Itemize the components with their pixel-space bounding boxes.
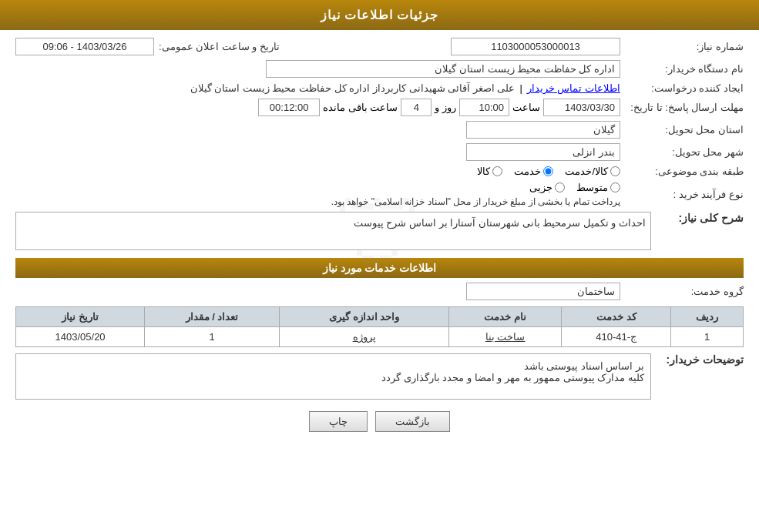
back-button[interactable]: بازگشت bbox=[375, 411, 450, 432]
need-number-value: 1103000053000013 bbox=[451, 38, 620, 55]
buyer-notes-line1: بر اساس اسناد پیوستی باشد bbox=[22, 360, 644, 372]
announce-label: تاریخ و ساعت اعلان عمومی: bbox=[154, 41, 280, 52]
contact-link[interactable]: اطلاعات تماس خریدار bbox=[527, 82, 620, 94]
category-label: طبقه بندی موضوعی: bbox=[620, 166, 744, 177]
services-section-header: اطلاعات خدمات مورد نیاز bbox=[15, 258, 744, 278]
time-value: 10:00 bbox=[459, 99, 509, 116]
service-group-value: ساختمان bbox=[466, 283, 620, 300]
col-header-service-code: کد خدمت bbox=[562, 307, 671, 327]
radio-motavaset-input[interactable] bbox=[610, 182, 620, 192]
radio-motavaset-label: متوسط bbox=[576, 182, 608, 193]
radio-jazii-label: جزیی bbox=[529, 182, 552, 193]
radio-jazii-input[interactable] bbox=[555, 182, 565, 192]
requester-value: علی اصغر آقائی شهیدانی کاربرداز اداره کل… bbox=[190, 82, 516, 94]
description-value: احداث و تکمیل سرمحیط بانی شهرستان آستارا… bbox=[15, 212, 651, 250]
row-need-number: شماره نیاز: 1103000053000013 تاریخ و ساع… bbox=[15, 38, 744, 55]
radio-kala: کالا bbox=[477, 166, 502, 177]
services-table: ردیف کد خدمت نام خدمت واحد اندازه گیری ت… bbox=[15, 306, 744, 347]
row-city: شهر محل تحویل: بندر انزلی bbox=[15, 143, 744, 161]
row-category: طبقه بندی موضوعی: کالا/خدمت خدمت کالا bbox=[15, 166, 744, 177]
radio-kala-khadamat: کالا/خدمت bbox=[565, 166, 620, 177]
province-label: استان محل تحویل: bbox=[620, 124, 744, 136]
row-description: شرح کلی نیاز: احداث و تکمیل سرمحیط بانی … bbox=[15, 212, 744, 250]
cell-service-name[interactable]: ساخت بنا bbox=[449, 327, 562, 347]
radio-khadamat-input[interactable] bbox=[543, 166, 553, 176]
col-header-date: تاریخ نیاز bbox=[16, 307, 145, 327]
cell-row-num: 1 bbox=[671, 327, 744, 347]
buyer-notes-line2: کلیه مدارک پیوستی ممهور به مهر و امضا و … bbox=[22, 372, 644, 383]
radio-kala-label: کالا bbox=[477, 166, 490, 177]
need-number-label: شماره نیاز: bbox=[620, 41, 744, 52]
purchase-type-label: نوع فرآیند خرید : bbox=[620, 189, 744, 200]
col-header-row-num: ردیف bbox=[671, 307, 744, 327]
cell-service-code: ج-41-410 bbox=[562, 327, 671, 347]
col-header-unit: واحد اندازه گیری bbox=[279, 307, 448, 327]
radio-kala-khadamat-label: کالا/خدمت bbox=[565, 166, 608, 177]
page-wrapper: جزئیات اطلاعات نیاز 🛡 شماره نیاز: 110300… bbox=[0, 0, 759, 532]
cell-quantity: 1 bbox=[145, 327, 280, 347]
row-buyer-org: نام دستگاه خریدار: اداره کل حفاظت محیط ز… bbox=[15, 60, 744, 78]
remaining-label: ساعت باقی مانده bbox=[323, 102, 398, 113]
service-group-label: گروه خدمت: bbox=[620, 286, 744, 297]
row-buyer-notes: توضیحات خریدار: بر اساس اسناد پیوستی باش… bbox=[15, 353, 744, 400]
radio-jazii: جزیی bbox=[529, 182, 565, 193]
row-requester: ایجاد کننده درخواست: اطلاعات تماس خریدار… bbox=[15, 82, 744, 94]
province-value: گیلان bbox=[466, 121, 620, 139]
buyer-notes-content: بر اساس اسناد پیوستی باشد کلیه مدارک پیو… bbox=[15, 353, 651, 400]
cell-date: 1403/05/20 bbox=[16, 327, 145, 347]
announce-value: 1403/03/26 - 09:06 bbox=[15, 38, 154, 55]
purchase-note: پرداخت تمام یا بخشی از مبلغ خریدار از مح… bbox=[331, 196, 620, 207]
page-header: جزئیات اطلاعات نیاز bbox=[0, 0, 759, 30]
city-label: شهر محل تحویل: bbox=[620, 146, 744, 158]
buyer-notes-label: توضیحات خریدار: bbox=[651, 353, 744, 366]
table-row: 1 ج-41-410 ساخت بنا پروژه 1 1403/05/20 bbox=[16, 327, 744, 347]
radio-motavaset: متوسط bbox=[576, 182, 620, 193]
time-label: ساعت bbox=[512, 102, 540, 113]
content-area: 🛡 شماره نیاز: 1103000053000013 تاریخ و س… bbox=[0, 30, 759, 440]
radio-khadamat-label: خدمت bbox=[514, 166, 541, 177]
services-table-container: ردیف کد خدمت نام خدمت واحد اندازه گیری ت… bbox=[15, 306, 744, 347]
purchase-type-radio-group: متوسط جزیی bbox=[331, 182, 620, 193]
response-deadline-label: مهلت ارسال پاسخ: تا تاریخ: bbox=[620, 102, 744, 113]
table-header-row: ردیف کد خدمت نام خدمت واحد اندازه گیری ت… bbox=[16, 307, 744, 327]
radio-kala-khadamat-input[interactable] bbox=[610, 166, 620, 176]
radio-kala-input[interactable] bbox=[492, 166, 502, 176]
description-label: شرح کلی نیاز: bbox=[651, 212, 744, 224]
day-label: روز و bbox=[435, 102, 456, 113]
day-value: 4 bbox=[401, 99, 432, 116]
remaining-value: 00:12:00 bbox=[258, 99, 320, 116]
radio-khadamat: خدمت bbox=[514, 166, 553, 177]
buyer-org-value: اداره کل حفاظت محیط زیست استان گیلان bbox=[266, 60, 620, 78]
col-header-quantity: تعداد / مقدار bbox=[145, 307, 280, 327]
row-purchase-type: نوع فرآیند خرید : متوسط جزیی پرداخت تمام… bbox=[15, 182, 744, 207]
category-radio-group: کالا/خدمت خدمت کالا bbox=[477, 166, 620, 177]
print-button[interactable]: چاپ bbox=[309, 411, 368, 432]
row-province: استان محل تحویل: گیلان bbox=[15, 121, 744, 139]
bottom-buttons: بازگشت چاپ bbox=[15, 411, 744, 432]
col-header-service-name: نام خدمت bbox=[449, 307, 562, 327]
requester-label: ایجاد کننده درخواست: bbox=[620, 82, 744, 94]
buyer-org-label: نام دستگاه خریدار: bbox=[620, 63, 744, 75]
page-title: جزئیات اطلاعات نیاز bbox=[321, 8, 439, 22]
row-response-deadline: مهلت ارسال پاسخ: تا تاریخ: 1403/03/30 سا… bbox=[15, 99, 744, 116]
services-section-label: اطلاعات خدمات مورد نیاز bbox=[323, 262, 437, 274]
city-value: بندر انزلی bbox=[466, 143, 620, 161]
row-service-group: گروه خدمت: ساختمان bbox=[15, 283, 744, 300]
response-date: 1403/03/30 bbox=[543, 99, 620, 116]
cell-unit[interactable]: پروژه bbox=[279, 327, 448, 347]
